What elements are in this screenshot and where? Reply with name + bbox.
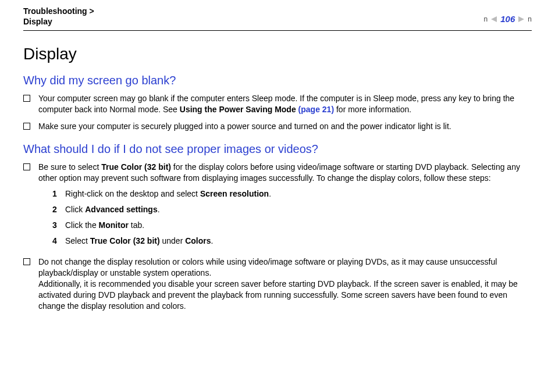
text: Right-click on the desktop and select (65, 189, 200, 198)
step-item: 1Right-click on the desktop and select S… (52, 188, 532, 199)
step-body: Select True Color (32 bit) under Colors. (65, 236, 213, 247)
step-number: 4 (52, 236, 65, 247)
step-item: 3Click the Monitor tab. (52, 220, 532, 231)
breadcrumb-parent[interactable]: Troubleshooting (23, 6, 87, 16)
text: Do not change the display resolution or … (38, 257, 497, 277)
page-title: Display (23, 45, 532, 63)
step-number: 3 (52, 220, 65, 231)
step-list: 1Right-click on the desktop and select S… (52, 188, 532, 247)
text: . (211, 236, 214, 245)
text: Click (65, 205, 85, 214)
step-body: Right-click on the desktop and select Sc… (65, 188, 271, 199)
text: for more information. (334, 105, 411, 114)
page: Troubleshooting > Display n 106 n Displa… (0, 0, 555, 329)
page-navigator: n 106 n (484, 6, 532, 24)
bold-text: Using the Power Saving Mode (180, 105, 298, 114)
bullet-list: Your computer screen may go blank if the… (23, 93, 532, 132)
text: Be sure to select (38, 162, 101, 172)
page-number: 106 (500, 14, 515, 24)
text: Click the (65, 220, 99, 230)
n-label: n (484, 15, 488, 23)
step-number: 1 (52, 188, 65, 199)
page-link[interactable]: (page 21) (298, 105, 334, 114)
text: Additionally, it is recommended you disa… (38, 279, 518, 311)
list-item: Be sure to select True Color (32 bit) fo… (23, 162, 532, 251)
breadcrumb: Troubleshooting > Display (23, 6, 94, 27)
bullet-icon (23, 163, 30, 170)
bullet-list: Be sure to select True Color (32 bit) fo… (23, 162, 532, 312)
bold-text: Screen resolution (200, 189, 269, 198)
bullet-icon (23, 258, 30, 265)
prev-page-icon[interactable] (491, 16, 497, 22)
text: under (160, 236, 186, 245)
section-heading: Why did my screen go blank? (23, 74, 532, 87)
list-item-body: Do not change the display resolution or … (38, 256, 532, 311)
step-number: 2 (52, 204, 65, 215)
bullet-icon (23, 95, 30, 102)
step-item: 2Click Advanced settings. (52, 204, 532, 215)
text: . (269, 189, 271, 198)
next-page-icon[interactable] (518, 16, 524, 22)
bold-text: Monitor (99, 220, 129, 230)
step-body: Click the Monitor tab. (65, 220, 144, 231)
section-heading: What should I do if I do not see proper … (23, 142, 532, 156)
text: . (158, 205, 160, 214)
list-item-body: Be sure to select True Color (32 bit) fo… (38, 162, 532, 251)
bold-text: Colors (185, 236, 211, 245)
text: tab. (129, 220, 144, 230)
bold-text: Advanced settings (85, 205, 157, 214)
step-body: Click Advanced settings. (65, 204, 160, 215)
breadcrumb-current: Display (23, 17, 52, 26)
bold-text: True Color (32 bit) (101, 162, 171, 172)
list-item: Your computer screen may go blank if the… (23, 93, 532, 115)
page-header: Troubleshooting > Display n 106 n (23, 6, 532, 31)
bullet-icon (23, 123, 30, 130)
step-item: 4Select True Color (32 bit) under Colors… (52, 236, 532, 247)
bold-text: True Color (32 bit) (90, 236, 160, 245)
n-label-right: n (528, 15, 532, 23)
list-item: Make sure your computer is securely plug… (23, 121, 532, 132)
text: Select (65, 236, 90, 245)
list-item: Do not change the display resolution or … (23, 256, 532, 311)
breadcrumb-separator: > (90, 6, 94, 16)
list-item-body: Make sure your computer is securely plug… (38, 121, 532, 132)
list-item-body: Your computer screen may go blank if the… (38, 93, 532, 115)
